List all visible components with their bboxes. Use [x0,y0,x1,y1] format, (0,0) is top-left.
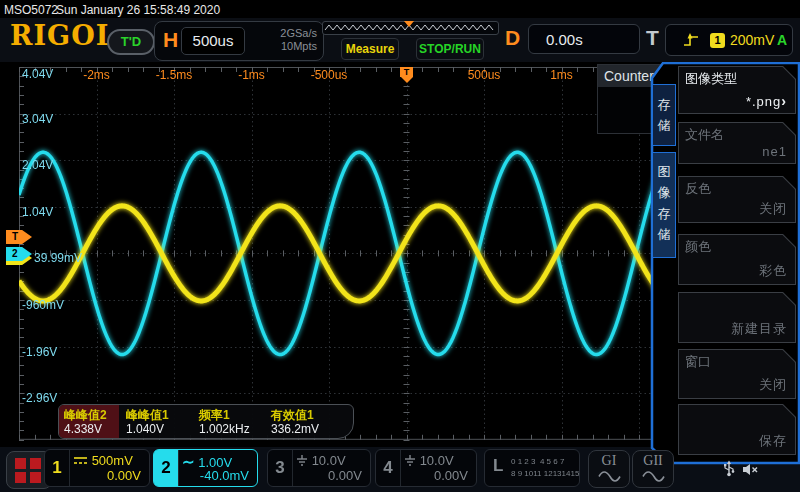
channel1-number: 1 [45,450,70,486]
menu-item-invert[interactable]: 反色 关闭 [678,176,796,223]
meas-value-vpp2: 4.338V [64,422,102,436]
rigol-logo: RIGOL [10,20,116,51]
menu-value-text: *.png [746,94,781,109]
gen2-button[interactable]: GII [632,450,674,488]
channel3-offset: 0.00V [328,468,362,483]
channel4-number: 4 [376,450,401,486]
menu-value: ne1 [762,144,787,159]
channel3-scale: 10.0V [296,453,346,468]
grid-icon [15,472,26,483]
timebase-value[interactable]: 500us [181,27,245,55]
datetime: Sun January 26 15:58:49 2020 [56,3,220,17]
menu-value: *.png› [746,93,787,109]
measure-button[interactable]: Measure [341,38,399,60]
menu-item-image-type[interactable]: 图像类型 *.png› [678,66,796,114]
trigger-status-badge: T'D [107,29,155,55]
acquisition-info: 2GSa/s 10Mpts [280,27,317,53]
logic-channels-status[interactable]: L 0 1 2 3 4 5 6 78 9 1011 12131415 [484,449,580,487]
window-titlebar: MSO5072 Sun January 26 15:58:49 2020 [0,0,800,18]
logic-row2: 8 9 1011 12131415 [511,469,579,478]
speaker-muted-icon [742,462,759,480]
channel1-scale-value: 500mV [92,453,133,468]
logic-row1: 0 1 2 3 4 5 6 7 [511,457,564,466]
logic-label: L [493,456,503,476]
ground-coupling-icon [296,455,308,466]
menu-label: 文件名 [685,126,724,144]
menu-item-save[interactable]: 保存 [678,404,796,455]
tab-image-storage[interactable]: 图像存储 [652,152,676,258]
menu-value: 关闭 [759,200,787,218]
menu-value: 彩色 [759,262,787,280]
trigger-level-value: 200mV [730,32,774,48]
tab-storage[interactable]: 存储 [652,84,676,146]
meas-value-freq1: 1.002kHz [199,422,250,436]
ac-coupling-icon: ∼ [182,453,195,470]
trigger-settings[interactable]: 1 200mV A [665,24,793,56]
model-name: MSO5072 [4,3,58,17]
channel4-scale: 10.0V [404,453,454,468]
channel2-number: 2 [154,450,179,486]
channel4-offset: 0.00V [434,468,468,483]
dc-coupling-icon [73,456,88,466]
menu-label: 窗口 [685,353,711,371]
gen1-label: GI [589,453,629,468]
channel2-status[interactable]: 2 ∼ 1.00V -40.0mV [153,449,258,487]
horizontal-key: H [163,28,178,52]
grid-icon [15,458,26,469]
rising-edge-icon [683,32,700,47]
meas-value-vpp1: 1.040V [126,422,164,436]
measurement-panel: 峰峰值2 4.338V 峰峰值1 1.040V 频率1 1.002kHz 有效值… [58,404,354,439]
sine-icon [641,471,665,482]
trigger-position-indicator [404,21,414,27]
menu-label: 颜色 [685,238,711,256]
menu-value: 保存 [759,432,787,450]
menu-item-window[interactable]: 窗口 关闭 [678,349,796,399]
menu-item-color[interactable]: 颜色 彩色 [678,234,796,285]
trigger-position-marker[interactable]: T [400,67,413,77]
trigger-sweep-mode: A [777,32,787,48]
logic-channel-numbers: 0 1 2 3 4 5 6 78 9 1011 12131415 [511,456,579,480]
menu-value: 新建目录 [731,320,787,338]
menu-item-new-directory[interactable]: 新建目录 [678,292,796,343]
menu-label: 图像类型 [685,70,737,88]
trigger-source-badge: 1 [710,33,725,48]
delay-key: D [505,26,520,50]
channel3-status[interactable]: 3 10.0V 0.00V [267,449,371,487]
horizontal-settings[interactable]: H 500us 2GSa/s 10Mpts [154,21,324,61]
oscilloscope-screen: -2ms-1.5ms-1ms-500us500us1ms4.04V3.04V2.… [0,0,800,492]
channel1-status[interactable]: 1 500mV 0.00V [44,449,150,487]
gen1-button[interactable]: GI [588,450,630,488]
channel3-scale-value: 10.0V [312,453,346,468]
chevron-right-icon: › [781,93,787,109]
channel3-number: 3 [268,450,293,486]
menu-item-file-name[interactable]: 文件名 ne1 [678,122,796,164]
channel2-offset: -40.0mV [200,468,249,483]
channel4-scale-value: 10.0V [420,453,454,468]
channel1-offset: 0.00V [107,468,141,483]
menu-value: 关闭 [759,376,787,394]
meas-value-vrms1: 336.2mV [271,422,319,436]
memory-depth: 10Mpts [281,40,317,52]
gen2-label: GII [633,453,673,468]
channel4-status[interactable]: 4 10.0V 0.00V [375,449,477,487]
delay-value[interactable]: 0.00s [528,24,640,54]
ground-coupling-icon [404,455,416,466]
menu-label: 反色 [685,180,711,198]
usb-icon [722,460,736,481]
memory-position-strip[interactable] [322,21,499,35]
sine-icon [597,471,621,482]
grid-icon [30,472,41,483]
channel1-scale: 500mV [73,453,133,468]
grid-icon [30,458,41,469]
trigger-key: T [646,26,659,50]
sample-rate: 2GSa/s [280,27,317,39]
stop-run-button[interactable]: STOP/RUN [416,38,484,60]
header-bar: RIGOL T'D H 500us 2GSa/s 10Mpts Measure … [0,18,800,62]
